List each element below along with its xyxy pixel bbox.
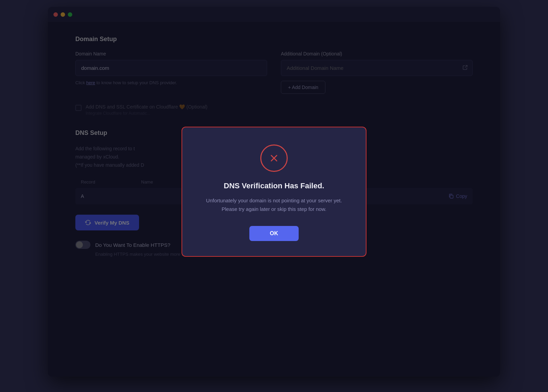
modal-overlay: DNS Verification Has Failed. Unfortunate… bbox=[48, 7, 500, 377]
error-modal: DNS Verification Has Failed. Unfortunate… bbox=[182, 127, 366, 257]
modal-title: DNS Verification Has Failed. bbox=[224, 181, 324, 190]
modal-body: Unfortunately your domain is not pointin… bbox=[199, 197, 349, 214]
modal-ok-button[interactable]: OK bbox=[249, 226, 299, 241]
x-circle-icon bbox=[267, 151, 281, 165]
error-icon-circle bbox=[260, 144, 288, 172]
app-window: Domain Setup Domain Name Click here to k… bbox=[48, 7, 500, 377]
